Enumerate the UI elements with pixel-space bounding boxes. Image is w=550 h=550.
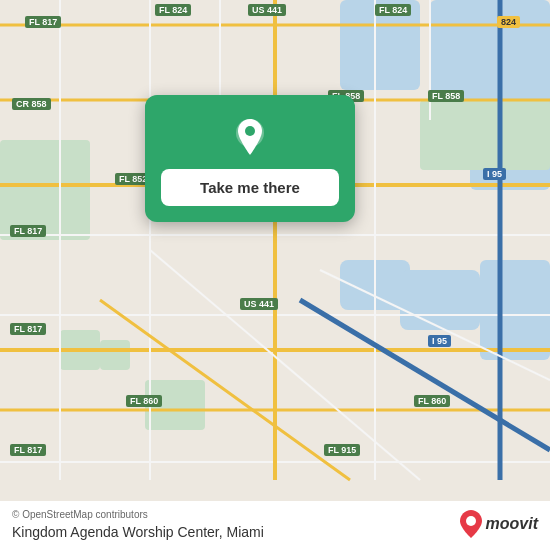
moovit-brand-text: moovit xyxy=(486,515,538,533)
map-container: FL 817 FL 824 US 441 FL 824 824 CR 858 F… xyxy=(0,0,550,550)
road-label-fl817-mid: FL 817 xyxy=(10,225,46,237)
road-label-fl915: FL 915 xyxy=(324,444,360,456)
road-label-i95-right: I 95 xyxy=(483,168,506,180)
svg-line-15 xyxy=(300,300,550,450)
popup-card: Take me there xyxy=(145,95,355,222)
road-label-fl824-top-right: FL 824 xyxy=(375,4,411,16)
road-label-fl860-bot-right: FL 860 xyxy=(414,395,450,407)
road-label-fl817-top-left: FL 817 xyxy=(25,16,61,28)
road-label-fl817-bot: FL 817 xyxy=(10,323,46,335)
svg-point-21 xyxy=(466,516,476,526)
svg-line-13 xyxy=(100,300,350,480)
road-label-i95-bot: I 95 xyxy=(428,335,451,347)
road-label-us441-top: US 441 xyxy=(248,4,286,16)
road-label-824-right: 824 xyxy=(497,16,520,28)
moovit-logo: moovit xyxy=(460,510,538,538)
road-label-fl860-bot-left: FL 860 xyxy=(126,395,162,407)
moovit-pin-icon xyxy=(460,510,482,538)
svg-line-16 xyxy=(320,270,550,380)
bottom-bar: © OpenStreetMap contributors Kingdom Age… xyxy=(0,501,550,550)
take-me-there-button[interactable]: Take me there xyxy=(161,169,339,206)
location-pin-icon xyxy=(228,115,272,159)
road-label-fl858-right: FL 858 xyxy=(428,90,464,102)
road-label-fl824-top: FL 824 xyxy=(155,4,191,16)
svg-point-20 xyxy=(245,126,255,136)
road-label-us441-mid: US 441 xyxy=(240,298,278,310)
road-label-fl817-bottom: FL 817 xyxy=(10,444,46,456)
road-label-cr858: CR 858 xyxy=(12,98,51,110)
road-network xyxy=(0,0,550,550)
